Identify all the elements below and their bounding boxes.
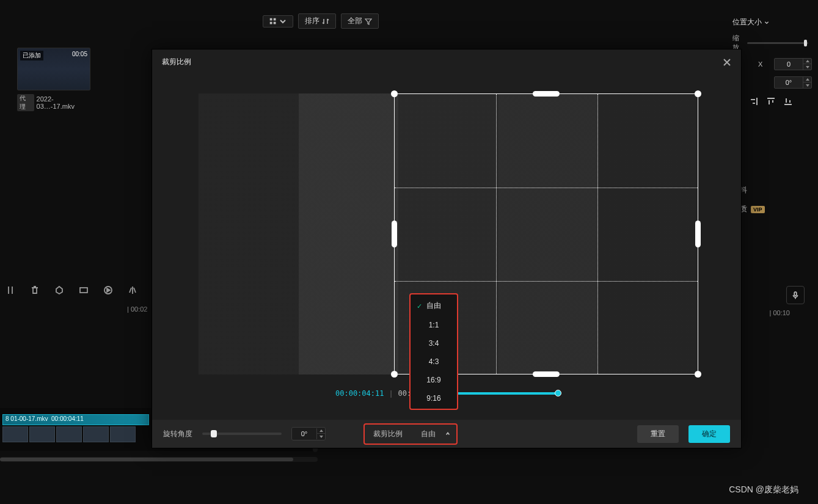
svg-rect-4: [80, 288, 87, 293]
view-grid-button[interactable]: [263, 15, 293, 27]
ratio-option-3-4[interactable]: 3:4: [411, 334, 457, 352]
svg-rect-6: [794, 292, 797, 296]
current-time: 00:00:04:11: [335, 389, 384, 398]
crop-guide-h1: [395, 188, 698, 188]
watermark: CSDN @废柴老妈: [729, 484, 798, 495]
panel-title: 位置大小: [732, 17, 812, 27]
timeline-horizontal-scrollbar[interactable]: [0, 457, 318, 462]
x-label: X: [758, 60, 769, 68]
confirm-button[interactable]: 确定: [688, 425, 730, 443]
timeline-ruler-mark: | 00:02: [127, 305, 147, 313]
ratio-option-4-3[interactable]: 4:3: [411, 352, 457, 371]
chevron-down-icon: [279, 18, 287, 25]
rotate-input[interactable]: 0°: [291, 427, 326, 440]
ratio-option-1-1[interactable]: 1:1: [411, 316, 457, 334]
x-value: 0: [775, 59, 803, 70]
crop-handle-bottom[interactable]: [533, 371, 560, 377]
align-top-icon[interactable]: [767, 97, 775, 106]
svg-rect-2: [270, 21, 272, 24]
svg-rect-3: [274, 21, 276, 24]
sort-icon: [322, 18, 329, 25]
duration-badge: 00:05: [72, 51, 87, 57]
svg-rect-1: [274, 18, 276, 20]
crop-guide-h2: [395, 281, 698, 282]
crop-handle-bl[interactable]: [391, 371, 398, 378]
x-stepper[interactable]: [803, 59, 811, 70]
grid-icon: [269, 18, 277, 25]
sort-button[interactable]: 排序: [298, 13, 336, 29]
rotation-value: 0°: [775, 77, 803, 88]
dialog-title: 裁剪比例: [162, 57, 191, 67]
trim-playhead[interactable]: [555, 390, 561, 396]
rotate-slider[interactable]: [202, 433, 282, 435]
reset-button[interactable]: 重置: [637, 425, 679, 443]
filter-label: 全部: [348, 16, 362, 26]
crop-select-value: 自由: [421, 429, 436, 439]
crop-handle-top[interactable]: [533, 91, 560, 97]
chevron-up-icon: [445, 429, 450, 438]
scale-slider[interactable]: [747, 42, 808, 44]
rotate-stepper[interactable]: [316, 428, 325, 439]
rotate-label: 旋转角度: [163, 429, 192, 439]
trim-tool-icon[interactable]: [5, 285, 16, 296]
crop-guide-v2: [597, 94, 598, 374]
clip-name: 8 01-00-17.mkv: [5, 415, 48, 422]
crop-handle-left[interactable]: [392, 221, 397, 247]
close-button[interactable]: [723, 58, 731, 67]
quality-row[interactable]: 画质 VIP: [732, 197, 812, 216]
select-tool-icon[interactable]: [78, 285, 89, 296]
crop-ratio-select[interactable]: 裁剪比例 自由: [363, 423, 458, 445]
sort-label: 排序: [305, 16, 320, 26]
delete-tool-icon[interactable]: [29, 285, 40, 296]
media-filename: 代理 2022-03…-17.mkv: [17, 94, 90, 111]
media-thumbnail[interactable]: 已添加 00:05: [17, 48, 90, 90]
microphone-button[interactable]: [786, 286, 805, 304]
timeline-frames: [2, 426, 136, 442]
clip-time: 00:00:04:11: [51, 415, 84, 422]
ratio-option-16-9[interactable]: 16:9: [411, 371, 457, 389]
marker-tool-icon[interactable]: [54, 285, 65, 296]
filter-icon: [365, 18, 372, 25]
rotation-stepper[interactable]: [803, 77, 811, 88]
added-badge: 已添加: [20, 51, 43, 60]
crop-select-label: 裁剪比例: [373, 429, 403, 439]
filename-text: 2022-03…-17.mkv: [37, 95, 90, 110]
align-bottom-icon[interactable]: [784, 97, 792, 106]
x-input[interactable]: 0: [774, 58, 812, 70]
timeline-clip[interactable]: 8 01-00-17.mkv 00:00:04:11: [2, 414, 149, 425]
mirror-tool-icon[interactable]: [127, 285, 138, 296]
rotate-value: 0°: [292, 428, 316, 440]
ratio-option-9-16[interactable]: 9:16: [411, 389, 457, 407]
svg-rect-0: [270, 18, 272, 20]
align-right-icon[interactable]: [750, 97, 758, 106]
crop-handle-right[interactable]: [695, 221, 701, 247]
antishake-row[interactable]: 防抖: [732, 178, 812, 197]
rotation-input[interactable]: 0°: [774, 76, 812, 89]
crop-handle-tr[interactable]: [695, 90, 701, 97]
crop-ratio-dialog: 裁剪比例 00:00:04:11 | 00:00:04: [152, 49, 742, 448]
crop-handle-tl[interactable]: [391, 90, 398, 97]
check-icon: ✓: [417, 302, 422, 310]
crop-ratio-dropdown[interactable]: ✓自由 1:1 3:4 4:3 16:9 9:16: [409, 293, 458, 410]
chevron-down-icon: [764, 20, 769, 25]
right-ruler-mark: | 00:10: [770, 309, 790, 316]
crop-guide-v1: [496, 94, 497, 374]
filter-all-button[interactable]: 全部: [341, 13, 379, 29]
media-item[interactable]: 已添加 00:05 代理 2022-03…-17.mkv: [17, 48, 90, 111]
vip-badge: VIP: [751, 206, 765, 213]
record-tool-icon[interactable]: [103, 285, 114, 296]
proxy-chip: 代理: [17, 94, 34, 111]
ratio-option-free[interactable]: ✓自由: [411, 296, 457, 316]
crop-handle-br[interactable]: [695, 371, 701, 378]
